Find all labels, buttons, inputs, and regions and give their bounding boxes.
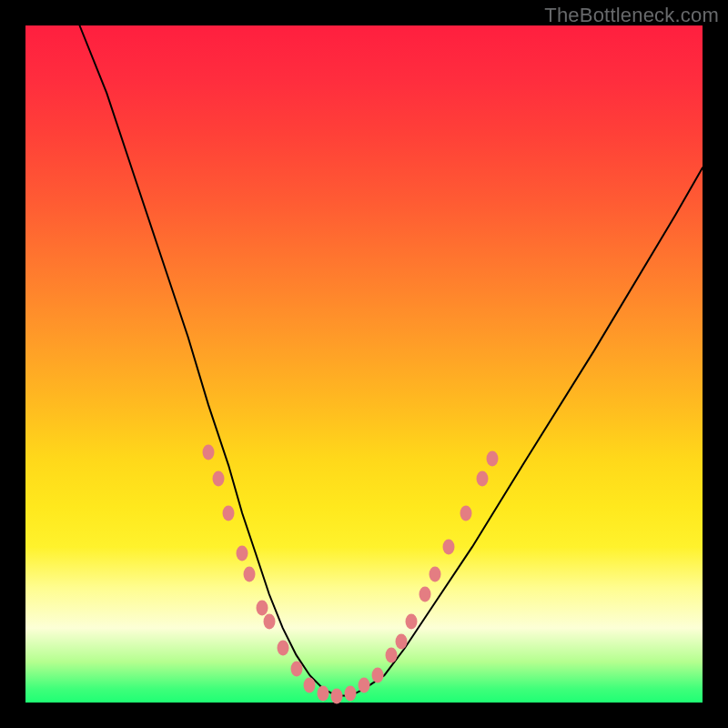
curve-marker <box>345 686 357 702</box>
curve-marker <box>395 634 407 650</box>
curve-marker <box>223 505 235 521</box>
curve-marker <box>202 444 214 460</box>
curve-marker <box>277 641 288 656</box>
curve-marker <box>290 661 302 676</box>
curve-marker <box>430 566 441 581</box>
curve-marker <box>406 613 418 629</box>
curve-marker <box>487 451 499 467</box>
curve-marker <box>304 678 316 693</box>
curve-marker <box>460 505 471 521</box>
curve-marker <box>318 686 329 702</box>
watermark-text: TheBottleneck.com <box>544 4 719 27</box>
curve-marker <box>263 613 275 629</box>
curve-marker <box>385 647 397 662</box>
chart-frame: TheBottleneck.com <box>0 0 728 728</box>
curve-marker <box>371 668 383 683</box>
curve-marker <box>419 586 430 602</box>
curve-marker <box>359 678 370 693</box>
curve-marker <box>243 566 255 581</box>
curve-marker <box>331 688 343 703</box>
curve-marker <box>443 539 455 554</box>
curve-marker <box>477 471 489 487</box>
plot-area <box>25 25 703 703</box>
curve-marker <box>237 546 248 561</box>
curve-svg <box>25 25 703 703</box>
curve-marker <box>213 471 225 487</box>
bottleneck-curve <box>80 25 703 696</box>
